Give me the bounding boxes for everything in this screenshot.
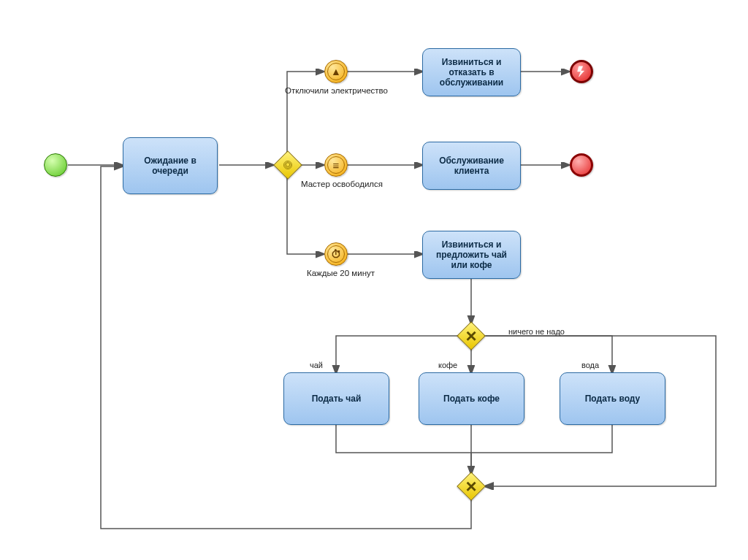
task-label: Извиниться и предложить чай или кофе bbox=[427, 239, 516, 270]
end-event-error[interactable] bbox=[570, 60, 593, 83]
edge-label-tea: чай bbox=[310, 361, 323, 369]
error-end-circle bbox=[570, 60, 593, 83]
svg-point-13 bbox=[285, 162, 291, 168]
task-apologize-refuse[interactable]: Извиниться и отказать в обслуживании bbox=[422, 48, 521, 96]
end-event[interactable] bbox=[570, 153, 593, 177]
task-label: Извиниться и отказать в обслуживании bbox=[427, 57, 516, 88]
event-master-free[interactable]: ≡ bbox=[324, 153, 348, 177]
start-event-circle bbox=[44, 153, 67, 177]
flow-edges bbox=[0, 0, 748, 560]
gateway-exclusive-merge[interactable]: × bbox=[457, 472, 486, 501]
x-icon: × bbox=[465, 324, 477, 348]
task-serve-client[interactable]: Обслуживание клиента bbox=[422, 142, 521, 190]
end-event-circle bbox=[570, 153, 593, 177]
edge-label-nothing: ничего не надо bbox=[508, 327, 565, 336]
gateway-event-based[interactable] bbox=[273, 150, 302, 180]
task-apologize-offer[interactable]: Извиниться и предложить чай или кофе bbox=[422, 231, 521, 279]
gateway-exclusive-choice[interactable]: × bbox=[457, 321, 486, 350]
task-label: Подать воду bbox=[585, 394, 641, 404]
task-label: Ожидание в очереди bbox=[128, 156, 213, 176]
event-electricity-off[interactable]: ▲ bbox=[324, 60, 348, 83]
pentagon-icon bbox=[283, 160, 293, 170]
task-serve-tea[interactable]: Подать чай bbox=[283, 372, 389, 425]
task-serve-water[interactable]: Подать воду bbox=[560, 372, 665, 425]
task-label: Подать чай bbox=[312, 394, 362, 404]
x-icon: × bbox=[465, 475, 477, 498]
task-label: Подать кофе bbox=[443, 394, 500, 404]
list-icon: ≡ bbox=[324, 153, 348, 177]
event-label-master: Мастер освободился bbox=[301, 180, 383, 188]
arrow-up-icon: ▲ bbox=[324, 60, 348, 83]
event-timer-20min[interactable]: ⏱ bbox=[324, 242, 348, 266]
edge-label-water: вода bbox=[581, 361, 599, 369]
task-serve-coffee[interactable]: Подать кофе bbox=[419, 372, 524, 425]
start-event[interactable] bbox=[44, 153, 67, 177]
lightning-icon bbox=[575, 65, 588, 78]
task-wait-queue[interactable]: Ожидание в очереди bbox=[123, 137, 218, 194]
bpmn-canvas: Ожидание в очереди ▲ Отключили электриче… bbox=[0, 0, 748, 560]
edge-label-coffee: кофе bbox=[438, 361, 457, 369]
task-label: Обслуживание клиента bbox=[427, 156, 516, 176]
svg-marker-14 bbox=[286, 163, 290, 167]
timer-icon: ⏱ bbox=[324, 242, 348, 266]
event-label-timer: Каждые 20 минут bbox=[307, 269, 375, 277]
event-label-electricity: Отключили электричество bbox=[285, 86, 388, 95]
